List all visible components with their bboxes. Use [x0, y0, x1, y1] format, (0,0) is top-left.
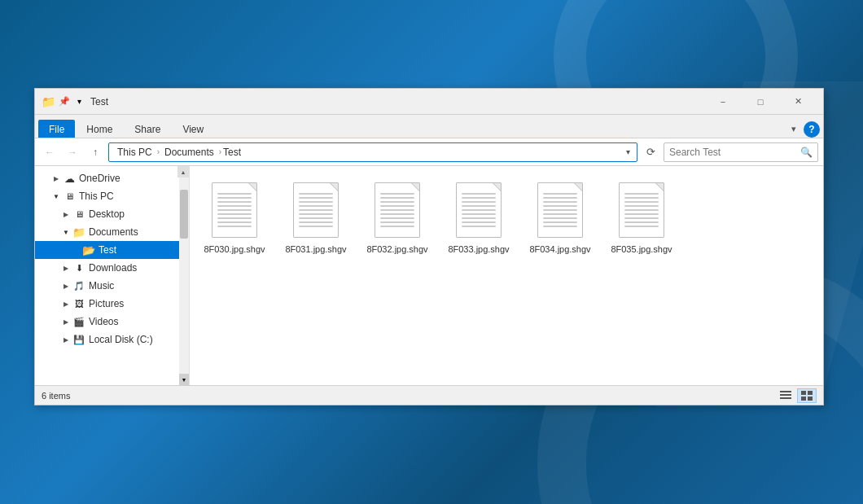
status-item-count: 6 items — [42, 391, 776, 401]
file-lines-0 — [217, 193, 252, 230]
ribbon-tabs: File Home Share View ▾ ? — [35, 115, 823, 138]
breadcrumb-documents[interactable]: Documents — [161, 145, 217, 160]
file-lines-5 — [624, 193, 659, 230]
sidebar-item-localdisk[interactable]: ▶ 💾 Local Disk (C:) — [35, 331, 189, 348]
file-icon-wrapper-2 — [371, 180, 423, 240]
window-controls: − □ ✕ — [704, 89, 817, 115]
search-input[interactable] — [669, 147, 800, 158]
quick-access-arrow-icon: ▾ — [72, 95, 85, 108]
expand-arrow-desktop: ▶ — [61, 209, 71, 219]
address-bar-area: ← → ↑ This PC › Documents › Test ▾ ⟳ 🔍 — [35, 138, 823, 166]
file-item-5[interactable]: 8F035.jpg.shgv — [605, 174, 678, 261]
file-item-4[interactable]: 8F034.jpg.shgv — [523, 174, 597, 261]
address-dropdown-icon[interactable]: ▾ — [624, 146, 632, 158]
back-button[interactable]: ← — [40, 142, 59, 162]
expand-arrow-music: ▶ — [61, 281, 71, 291]
search-icon[interactable]: 🔍 — [800, 147, 813, 158]
file-item-1[interactable]: 8F031.jpg.shgv — [279, 174, 353, 261]
localdisk-icon: 💾 — [72, 333, 85, 346]
file-item-3[interactable]: 8F033.jpg.shgv — [442, 174, 515, 261]
file-icon-wrapper-5 — [615, 180, 668, 240]
file-page-icon-3 — [456, 182, 502, 238]
expand-arrow-downloads: ▶ — [61, 263, 71, 273]
ribbon-more: ▾ — [785, 121, 803, 138]
file-name-2: 8F032.jpg.shgv — [366, 243, 427, 255]
file-icon-wrapper-1 — [290, 180, 342, 240]
file-name-0: 8F030.jpg.shgv — [204, 243, 265, 255]
sidebar-item-documents[interactable]: ▼ 📁 Documents — [35, 223, 189, 241]
svg-rect-6 — [808, 397, 813, 401]
svg-rect-2 — [780, 397, 791, 399]
view-details-icon — [780, 391, 791, 401]
file-area: 8F030.jpg.shgv 8F031.jpg.shgv — [190, 166, 823, 385]
expand-arrow-onedrive: ▶ — [51, 173, 61, 183]
file-page-icon-2 — [375, 182, 420, 238]
breadcrumb-thispc[interactable]: This PC — [114, 145, 156, 160]
expand-arrow-videos: ▶ — [61, 317, 71, 327]
search-box: 🔍 — [664, 142, 818, 162]
sidebar-label-videos: Videos — [89, 316, 118, 327]
sidebar-item-music[interactable]: ▶ 🎵 Music — [35, 277, 189, 295]
scrollbar-down-arrow[interactable]: ▼ — [179, 374, 189, 385]
sidebar-label-music: Music — [89, 280, 114, 291]
sidebar-scrollbar: ▲ ▼ — [179, 166, 189, 385]
maximize-button[interactable]: □ — [742, 89, 779, 115]
sidebar-scroll-up[interactable]: ▲ — [177, 166, 189, 177]
documents-icon: 📁 — [72, 226, 85, 239]
address-bar[interactable]: This PC › Documents › Test ▾ — [108, 142, 637, 162]
thispc-icon: 🖥 — [63, 190, 76, 203]
title-bar: 📁 📌 ▾ Test − □ ✕ — [35, 89, 823, 115]
refresh-button[interactable]: ⟳ — [641, 142, 660, 162]
breadcrumb-sep-1: › — [156, 147, 161, 156]
file-name-4: 8F034.jpg.shgv — [529, 243, 590, 255]
file-icon-wrapper-3 — [453, 180, 505, 240]
sidebar-item-downloads[interactable]: ▶ ⬇ Downloads — [35, 259, 189, 277]
file-icon-wrapper-0 — [208, 180, 261, 240]
file-item-0[interactable]: 8F030.jpg.shgv — [198, 174, 271, 261]
close-button[interactable]: ✕ — [779, 89, 817, 115]
tab-home[interactable]: Home — [76, 120, 123, 138]
view-large-button[interactable] — [797, 388, 817, 403]
window-title: Test — [90, 96, 704, 107]
file-lines-3 — [462, 193, 496, 230]
up-button[interactable]: ↑ — [85, 142, 105, 162]
onedrive-icon: ☁ — [63, 172, 76, 185]
sidebar-item-test[interactable]: 📂 Test — [35, 241, 189, 259]
desktop-icon: 🖥 — [72, 208, 85, 221]
tab-file[interactable]: File — [38, 120, 75, 138]
title-bar-icons: 📁 📌 ▾ — [42, 95, 85, 108]
view-details-button[interactable] — [776, 388, 795, 403]
file-explorer-window: 📁 📌 ▾ Test − □ ✕ File Home Share View ▾ … — [34, 88, 824, 405]
help-button[interactable]: ? — [804, 121, 820, 138]
test-icon: 📂 — [82, 243, 95, 256]
file-lines-2 — [380, 193, 414, 230]
chevron-down-icon: ▾ — [791, 124, 796, 134]
svg-rect-1 — [780, 394, 791, 396]
file-item-2[interactable]: 8F032.jpg.shgv — [361, 174, 434, 261]
scroll-track — [179, 177, 189, 374]
file-page-icon-4 — [537, 182, 583, 238]
forward-button[interactable]: → — [63, 142, 82, 162]
sidebar-item-desktop[interactable]: ▶ 🖥 Desktop — [35, 205, 189, 223]
sidebar-label-desktop: Desktop — [89, 208, 125, 220]
sidebar-label-localdisk: Local Disk (C:) — [89, 334, 153, 345]
file-page-icon-5 — [619, 182, 664, 238]
minimize-button[interactable]: − — [704, 89, 742, 115]
tab-view[interactable]: View — [172, 120, 214, 138]
sidebar-item-pictures[interactable]: ▶ 🖼 Pictures — [35, 295, 189, 313]
sidebar: ▲ ▶ ☁ OneDrive ▼ 🖥 This PC ▶ 🖥 Desktop — [35, 166, 190, 385]
expand-arrow-pictures: ▶ — [61, 299, 71, 309]
file-name-1: 8F031.jpg.shgv — [285, 243, 346, 255]
quick-access-pin-icon: 📌 — [58, 95, 71, 108]
sidebar-item-onedrive[interactable]: ▶ ☁ OneDrive — [35, 169, 189, 187]
sidebar-label-onedrive: OneDrive — [79, 173, 120, 184]
expand-arrow-documents: ▼ — [61, 227, 71, 237]
scroll-thumb[interactable] — [180, 190, 188, 239]
expand-arrow-thispc: ▼ — [51, 191, 61, 201]
sidebar-label-thispc: This PC — [79, 191, 114, 202]
view-large-icon — [801, 391, 813, 401]
tab-share[interactable]: Share — [124, 120, 171, 138]
sidebar-item-thispc[interactable]: ▼ 🖥 This PC — [35, 187, 189, 205]
sidebar-item-videos[interactable]: ▶ 🎬 Videos — [35, 313, 189, 331]
svg-rect-0 — [780, 391, 791, 392]
